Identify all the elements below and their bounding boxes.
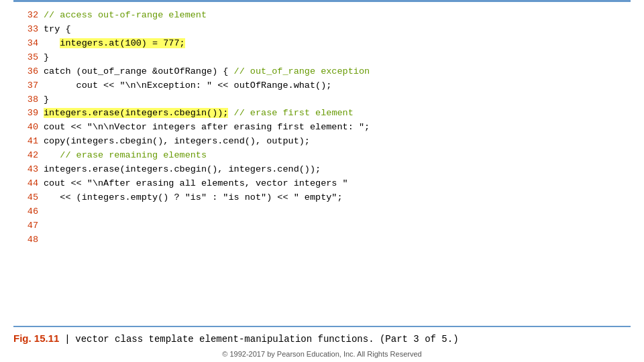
- line-num-38: 38: [13, 93, 38, 107]
- line-num-45: 45: [13, 191, 38, 205]
- code-line-38: }: [44, 93, 631, 107]
- code-line-41: cout << "\n\nVector integers after erasi…: [44, 121, 631, 135]
- code-line-32: // access out-of-range element: [44, 9, 631, 23]
- code-line-33: try {: [44, 23, 631, 37]
- line-num-40: 40: [13, 121, 38, 135]
- code-line-46: cout << "\nAfter erasing all elements, v…: [44, 177, 631, 191]
- line-num-34: 34: [13, 37, 38, 51]
- fig-label: Fig. 15.11: [13, 333, 59, 344]
- code-line-37: cout << "\n\nException: " << outOfRange.…: [44, 79, 631, 93]
- line-num-41: 41: [13, 135, 38, 149]
- line-num-42: 42: [13, 149, 38, 163]
- line-num-46: 46: [13, 205, 38, 219]
- main-container: 32 33 34 35 36 37 38 39 40 41 42 43 44 4…: [0, 0, 644, 362]
- line-num-35: 35: [13, 51, 38, 65]
- code-line-44: // erase remaining elements: [44, 149, 631, 163]
- caption-text: vector class template element-manipulati…: [75, 334, 458, 345]
- line-num-39: 39: [13, 107, 38, 121]
- line-num-32: 32: [13, 9, 38, 23]
- copyright: © 1992-2017 by Pearson Education, Inc. A…: [0, 347, 644, 362]
- line-num-37: 37: [13, 79, 38, 93]
- line-num-33: 33: [13, 23, 38, 37]
- line-numbers: 32 33 34 35 36 37 38 39 40 41 42 43 44 4…: [13, 9, 44, 322]
- code-line-45: integers.erase(integers.cbegin(), intege…: [44, 163, 631, 177]
- line-num-47: 47: [13, 219, 38, 233]
- code-line-36: catch (out_of_range &outOfRange) { // ou…: [44, 65, 631, 79]
- line-num-43: 43: [13, 163, 38, 177]
- code-line-47: << (integers.empty() ? "is" : "is not") …: [44, 191, 631, 205]
- code-line-34: integers.at(100) = 777;: [44, 37, 631, 51]
- line-num-48: 48: [13, 233, 38, 247]
- code-content: // access out-of-range element try { int…: [44, 9, 631, 322]
- code-line-40: integers.erase(integers.cbegin()); // er…: [44, 107, 631, 121]
- code-line-42: copy(integers.cbegin(), integers.cend(),…: [44, 135, 631, 149]
- caption-area: Fig. 15.11 | vector class template eleme…: [0, 327, 644, 347]
- line-num-44: 44: [13, 177, 38, 191]
- code-area: 32 33 34 35 36 37 38 39 40 41 42 43 44 4…: [0, 2, 644, 326]
- line-num-36: 36: [13, 65, 38, 79]
- caption-divider: |: [66, 333, 68, 344]
- code-line-35: }: [44, 51, 631, 65]
